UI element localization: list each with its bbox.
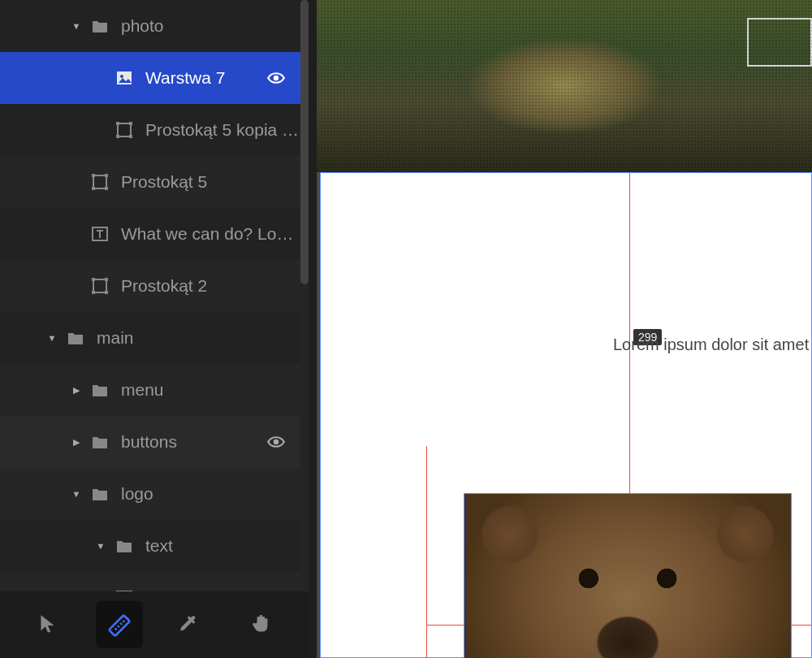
visibility-eye-icon[interactable] [260,432,292,452]
layer-row[interactable]: Prostokąt 5 [0,156,300,208]
layer-row[interactable]: Prostokąt 2 [0,260,300,312]
layer-row[interactable]: ▼photo [0,0,300,52]
hand-tool-button[interactable] [239,601,286,648]
navigator-viewport-box[interactable] [747,18,812,67]
canvas-top-image [317,0,812,172]
layer-row[interactable]: What we can do? Lo… [0,208,300,260]
folder-icon [90,380,110,400]
layer-list: ▼photoWarstwa 7Prostokąt 5 kopia …Prosto… [0,0,300,591]
layer-label: main [97,328,300,348]
chevron-right-icon[interactable]: ▶ [69,435,84,449]
layer-row[interactable]: ▼main [0,312,300,364]
layer-label: Prostokąt 5 kopia … [145,120,300,140]
layer-row[interactable]: ▼text [0,520,300,572]
canvas[interactable]: 299 Lorem ipsum dolor sit amet [317,0,812,658]
layer-row[interactable]: ▶menu [0,364,300,416]
chevron-down-icon[interactable]: ▼ [93,539,108,553]
layer-label: Warstwa 7 [145,68,260,88]
guide-vertical-left[interactable] [426,446,427,658]
layer-label: buttons [121,432,260,452]
layer-label: menu [121,380,300,400]
layers-sidebar: ▼photoWarstwa 7Prostokąt 5 kopia …Prosto… [0,0,309,658]
eyedropper-tool-button[interactable] [167,601,214,648]
layer-label: text [145,536,300,556]
layer-label: What we can do? Lo… [121,224,300,244]
layer-row[interactable]: ▶buttons [0,416,300,468]
shape-icon [90,276,110,296]
layer-label: Prostokąt 2 [121,276,300,296]
chevron-right-icon[interactable]: ▶ [69,383,84,397]
layer-row[interactable]: Warstwa 7 [0,52,300,104]
image-icon [114,68,134,88]
bear-image [464,494,791,658]
selected-image[interactable] [464,493,792,658]
measure-tool-button[interactable] [96,601,143,648]
folder-icon [90,432,110,452]
folder-icon [90,484,110,504]
chevron-down-icon[interactable]: ▼ [69,19,84,33]
artboard[interactable]: 299 Lorem ipsum dolor sit amet [320,172,812,658]
layer-row[interactable]: ▼logo [0,468,300,520]
shape-icon [90,172,110,192]
layer-label: logo [121,484,300,504]
visibility-eye-icon[interactable] [260,68,292,88]
canvas-placeholder-text: Lorem ipsum dolor sit amet [613,335,809,354]
tool-bar [0,591,309,658]
pointer-tool-button[interactable] [24,601,71,648]
folder-icon [66,328,85,348]
folder-icon [114,536,134,556]
layer-label: Prostokąt 5 [121,172,300,192]
layers-panel: ▼photoWarstwa 7Prostokąt 5 kopia …Prosto… [0,0,309,591]
layer-row[interactable]: Forest [0,572,300,591]
chevron-down-icon[interactable]: ▼ [45,331,59,345]
text-icon [90,224,110,244]
shape-icon [114,120,134,140]
layer-label: Forest [145,588,300,591]
layer-row[interactable]: Prostokąt 5 kopia … [0,104,300,156]
folder-icon [90,16,110,36]
chevron-down-icon[interactable]: ▼ [69,487,84,501]
layer-label: photo [121,16,300,36]
text-icon [114,588,134,591]
sidebar-scrollbar[interactable] [300,0,309,284]
